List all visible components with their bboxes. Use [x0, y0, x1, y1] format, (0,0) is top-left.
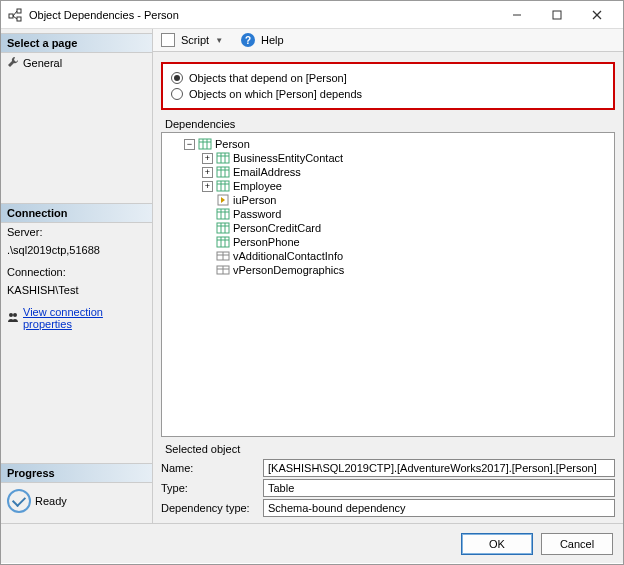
tree-node-label: Employee: [233, 180, 282, 192]
svg-rect-4: [553, 11, 561, 19]
server-label: Server:: [1, 223, 152, 241]
name-label: Name:: [161, 462, 261, 474]
tree-node[interactable]: vPersonDemographics: [202, 263, 610, 277]
tree-node-label: iuPerson: [233, 194, 276, 206]
tree-node-label: Person: [215, 138, 250, 150]
left-panel: Select a page General Connection Server:…: [1, 29, 153, 523]
script-icon: [161, 33, 175, 47]
svg-rect-13: [217, 153, 229, 163]
svg-point-7: [9, 313, 13, 317]
tree-node-label: BusinessEntityContact: [233, 152, 343, 164]
toolbar: Script ▼ ? Help: [153, 29, 623, 52]
progress-header: Progress: [1, 463, 152, 483]
check-circle-icon: [7, 489, 31, 513]
svg-rect-17: [217, 167, 229, 177]
view-icon: [216, 250, 230, 262]
radio-label-depends: Objects on which [Person] depends: [189, 88, 362, 100]
table-icon: [216, 152, 230, 164]
minimize-button[interactable]: [497, 2, 537, 28]
table-icon: [198, 138, 212, 150]
table-icon: [216, 180, 230, 192]
selected-object-label: Selected object: [161, 443, 615, 457]
radio-objects-depend-on[interactable]: Objects that depend on [Person]: [171, 70, 605, 86]
svg-rect-26: [217, 209, 229, 219]
radio-icon: [171, 72, 183, 84]
trigger-icon: [216, 194, 230, 206]
svg-rect-9: [199, 139, 211, 149]
table-icon: [216, 208, 230, 220]
connection-label: Connection:: [1, 263, 152, 281]
type-label: Type:: [161, 482, 261, 494]
radio-label-depend-on: Objects that depend on [Person]: [189, 72, 347, 84]
help-icon: ?: [241, 33, 255, 47]
connection-value: KASHISH\Test: [1, 281, 152, 299]
table-icon: [216, 222, 230, 234]
app-icon: [7, 7, 23, 23]
tree-node-label: PersonPhone: [233, 236, 300, 248]
tree-node-label: PersonCreditCard: [233, 222, 321, 234]
select-page-header: Select a page: [1, 33, 152, 53]
server-value: .\sql2019ctp,51688: [1, 241, 152, 259]
expand-icon[interactable]: +: [202, 181, 213, 192]
table-icon: [216, 166, 230, 178]
svg-rect-30: [217, 223, 229, 233]
tree-node-label: EmailAddress: [233, 166, 301, 178]
tree-node[interactable]: +EmailAddress: [202, 165, 610, 179]
script-dropdown-arrow[interactable]: ▼: [215, 36, 223, 45]
people-icon: [7, 311, 19, 325]
ok-button[interactable]: OK: [461, 533, 533, 555]
svg-rect-34: [217, 237, 229, 247]
tree-node-label: Password: [233, 208, 281, 220]
expand-icon[interactable]: +: [202, 153, 213, 164]
dependencies-label: Dependencies: [161, 118, 615, 132]
name-field[interactable]: [KASHISH\SQL2019CTP].[AdventureWorks2017…: [263, 459, 615, 477]
cancel-button[interactable]: Cancel: [541, 533, 613, 555]
svg-point-8: [13, 313, 17, 317]
view-icon: [216, 264, 230, 276]
dependencies-tree[interactable]: − Person +BusinessEntityContact +EmailAd…: [161, 132, 615, 437]
script-button[interactable]: Script: [181, 34, 209, 46]
svg-rect-0: [9, 14, 13, 18]
tree-node[interactable]: iuPerson: [202, 193, 610, 207]
tree-node[interactable]: PersonCreditCard: [202, 221, 610, 235]
tree-node[interactable]: +Employee: [202, 179, 610, 193]
dependency-type-field[interactable]: Schema-bound dependency: [263, 499, 615, 517]
help-button[interactable]: Help: [261, 34, 284, 46]
right-panel: Script ▼ ? Help Objects that depend on […: [153, 29, 623, 523]
view-connection-properties-link[interactable]: View connection properties: [23, 306, 146, 330]
type-field[interactable]: Table: [263, 479, 615, 497]
dependency-direction-group: Objects that depend on [Person] Objects …: [161, 62, 615, 110]
window-title: Object Dependencies - Person: [29, 9, 497, 21]
radio-objects-on-which-depends[interactable]: Objects on which [Person] depends: [171, 86, 605, 102]
collapse-icon[interactable]: −: [184, 139, 195, 150]
tree-node[interactable]: PersonPhone: [202, 235, 610, 249]
selected-object-group: Selected object Name: [KASHISH\SQL2019CT…: [161, 443, 615, 519]
svg-rect-1: [17, 9, 21, 13]
svg-rect-21: [217, 181, 229, 191]
tree-node-label: vPersonDemographics: [233, 264, 344, 276]
dependency-type-label: Dependency type:: [161, 502, 261, 514]
expand-icon[interactable]: +: [202, 167, 213, 178]
tree-node[interactable]: +BusinessEntityContact: [202, 151, 610, 165]
page-general[interactable]: General: [1, 53, 152, 73]
progress-status: Ready: [1, 483, 152, 519]
svg-rect-2: [17, 17, 21, 21]
tree-node-label: vAdditionalContactInfo: [233, 250, 343, 262]
connection-header: Connection: [1, 203, 152, 223]
tree-node[interactable]: Password: [202, 207, 610, 221]
tree-node[interactable]: vAdditionalContactInfo: [202, 249, 610, 263]
tree-node-root[interactable]: − Person: [184, 137, 610, 151]
progress-ready-label: Ready: [35, 495, 67, 507]
page-general-label: General: [23, 57, 62, 69]
radio-icon: [171, 88, 183, 100]
wrench-icon: [7, 56, 19, 70]
table-icon: [216, 236, 230, 248]
maximize-button[interactable]: [537, 2, 577, 28]
dialog-footer: OK Cancel: [1, 523, 623, 563]
view-connection-properties[interactable]: View connection properties: [1, 303, 152, 333]
title-bar: Object Dependencies - Person: [1, 1, 623, 29]
close-button[interactable]: [577, 2, 617, 28]
